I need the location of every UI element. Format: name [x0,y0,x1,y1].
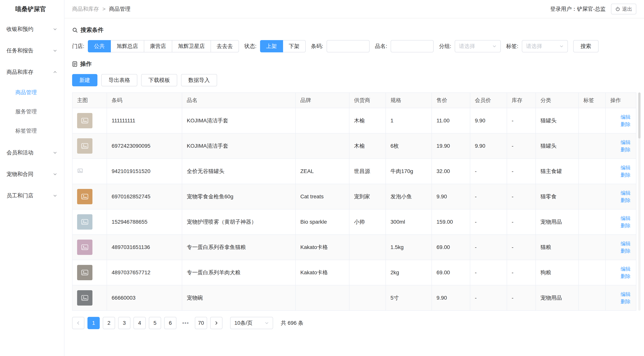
product-thumbnail [77,138,92,154]
column-header: 操作 [606,93,636,108]
page-size-select[interactable]: 10条/页 [230,317,273,329]
sidebar-subitem-product-management[interactable]: 商品管理 [0,83,64,102]
cell-stock: - [507,108,536,133]
chevron-down-icon [53,150,57,155]
pagination-next-button[interactable] [210,317,222,329]
cell-spec: 牛肉170g [386,159,432,184]
edit-link[interactable]: 编辑 [610,113,630,121]
filter-row: 门店: 公共旭辉总店康营店旭辉卫星店去去去 状态: 上架下架 条码: 品名: 分… [72,40,636,52]
cell-barcode: 9421019151520 [107,159,182,184]
delete-link[interactable]: 删除 [610,196,630,204]
cell-category: 猫粮 [536,234,578,260]
delete-link[interactable]: 删除 [610,222,630,229]
edit-link[interactable]: 编辑 [610,265,630,272]
tag-select[interactable]: 请选择 [522,40,568,52]
ops-cell: 编辑删除 [606,184,636,209]
pagination-prev-button[interactable] [72,317,84,329]
search-button[interactable]: 搜索 [573,40,598,52]
sidebar-item-pets-contracts[interactable]: 宠物和合同 [0,164,64,185]
app-title: 喵桑铲屎官 [0,0,64,18]
export-table-button[interactable]: 导出表格 [101,74,137,86]
delete-link[interactable]: 删除 [610,247,630,254]
store-filter-2[interactable]: 康营店 [144,40,172,52]
photo-icon [80,192,89,201]
cell-name: 宠物碗 [182,285,296,310]
pagination-page-4[interactable]: 4 [134,317,146,329]
edit-link[interactable]: 编辑 [610,290,630,298]
ops-cell: 编辑删除 [606,209,636,234]
product-thumbnail [77,290,92,306]
group-select[interactable]: 请选择 [455,40,501,52]
barcode-input[interactable] [326,40,370,52]
chevron-down-icon [492,44,496,48]
cell-price: 69.00 [432,234,470,260]
table-scrollbar[interactable] [638,92,640,311]
sidebar-item-staff-stores[interactable]: 员工和门店 [0,185,64,206]
document-icon [72,61,78,67]
cell-spec: 2kg [386,260,432,285]
cell-brand: Cat treats [296,184,349,209]
photo-icon [80,142,89,150]
pagination-page-1[interactable]: 1 [88,317,100,329]
pagination-page-70[interactable]: 70 [195,317,207,329]
delete-link[interactable]: 删除 [610,121,630,128]
sidebar-item-tasks-reports[interactable]: 任务和报告 [0,40,64,62]
store-filter-1[interactable]: 旭辉总店 [110,40,144,52]
ops-cell: 编辑删除 [606,234,636,260]
pagination-ellipsis[interactable]: ••• [180,317,192,329]
pagination: 123456•••70 10条/页 共 696 条 [72,317,636,329]
breadcrumb-parent[interactable]: 商品和库存 [72,5,99,13]
cell-stock: - [507,184,536,209]
sidebar-item-products-inventory[interactable]: 商品和库存 [0,62,64,83]
data-import-button[interactable]: 数据导入 [181,74,217,86]
pagination-page-5[interactable]: 5 [149,317,161,329]
sidebar-subitem-service-management[interactable]: 服务管理 [0,102,64,121]
cell-barcode: 6970162852745 [107,184,182,209]
edit-link[interactable]: 编辑 [610,215,630,222]
ops-cell: 编辑删除 [606,133,636,159]
cell-tag [578,285,606,310]
edit-link[interactable]: 编辑 [610,240,630,247]
column-header: 会员价 [470,93,507,108]
pagination-page-2[interactable]: 2 [103,317,115,329]
thumbnail-cell [72,260,107,285]
cell-category: 狗粮 [536,260,578,285]
delete-link[interactable]: 删除 [610,146,630,153]
status-filter-1[interactable]: 下架 [283,40,306,52]
delete-link[interactable]: 删除 [610,171,630,178]
cell-supplier: 小帅 [349,209,386,234]
logout-button[interactable]: 退出 [611,4,636,14]
store-filter-4[interactable]: 去去去 [210,40,239,52]
sidebar-item-cashier-booking[interactable]: 收银和预约 [0,18,64,40]
delete-link[interactable]: 删除 [610,298,630,305]
download-template-button[interactable]: 下载模板 [141,74,177,86]
edit-link[interactable]: 编辑 [610,139,630,146]
edit-link[interactable]: 编辑 [610,164,630,171]
ops-cell: 编辑删除 [606,108,636,133]
cell-price: 19.90 [432,133,470,159]
table-row: 6970162852745宠物零食金枪鱼60gCat treats宠到家发泡小鱼… [72,184,636,209]
sidebar-item-label: 商品和库存 [6,68,33,76]
pagination-page-3[interactable]: 3 [118,317,130,329]
status-filter-0[interactable]: 上架 [260,40,283,52]
sidebar-subitem-tag-management[interactable]: 标签管理 [0,121,64,140]
product-thumbnail [77,240,92,255]
cell-member_price: 9.90 [470,133,507,159]
column-header: 售价 [432,93,470,108]
sidebar-item-members-activities[interactable]: 会员和活动 [0,142,64,164]
column-header: 标签 [578,93,606,108]
table-row: 9421019151520全价无谷猫罐头ZEAL世昌源牛肉170g32.00--… [72,159,636,184]
store-filter-0[interactable]: 公共 [88,40,111,52]
power-icon [615,6,620,12]
delete-link[interactable]: 删除 [610,272,630,280]
cell-supplier: 宠到家 [349,184,386,209]
cell-stock: - [507,159,536,184]
cell-price: 9.90 [432,184,470,209]
store-filter-3[interactable]: 旭辉卫星店 [172,40,211,52]
new-button[interactable]: 新建 [72,74,98,86]
name-input[interactable] [391,40,434,52]
cell-spec: 发泡小鱼 [386,184,432,209]
scrollbar-thumb[interactable] [638,92,640,138]
edit-link[interactable]: 编辑 [610,189,630,196]
pagination-page-6[interactable]: 6 [164,317,176,329]
